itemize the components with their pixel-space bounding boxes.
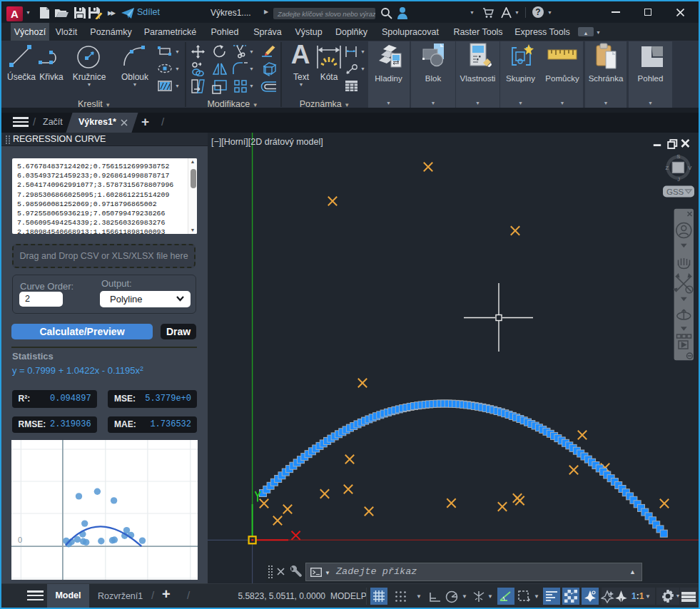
svg-text:V: V <box>688 165 691 171</box>
svg-text:Z: Z <box>665 165 669 171</box>
svg-text:J: J <box>677 176 680 183</box>
svg-text:[−][Horní][2D drátový model]: [−][Horní][2D drátový model] <box>211 137 323 147</box>
svg-text:0: 0 <box>18 536 22 544</box>
svg-text:S: S <box>676 153 680 160</box>
svg-text:GSS: GSS <box>666 188 684 196</box>
